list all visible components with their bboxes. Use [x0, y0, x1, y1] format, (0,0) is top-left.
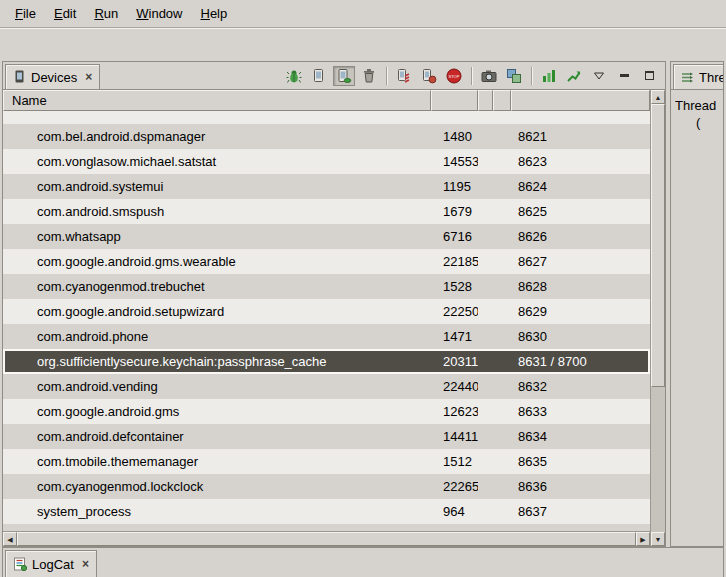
device-name-cell: com.whatsapp — [3, 229, 431, 244]
table-row[interactable]: org.sufficientlysecure.keychain:passphra… — [3, 349, 650, 374]
scroll-left-icon[interactable]: ◀ — [3, 532, 17, 546]
maximize-icon[interactable] — [638, 66, 660, 86]
device-pid-cell: 1512 — [431, 454, 478, 469]
device-name-cell: com.android.systemui — [3, 179, 431, 194]
device-name-cell: com.android.phone — [3, 329, 431, 344]
scroll-right-icon[interactable]: ▶ — [636, 532, 650, 546]
screen-capture-icon[interactable] — [478, 66, 500, 86]
minimize-icon[interactable] — [613, 66, 635, 86]
tab-threads-label: Threads — [699, 70, 723, 85]
dump-hprof-icon[interactable] — [333, 66, 355, 86]
device-port-cell: 8621 — [511, 129, 650, 144]
device-name-cell: com.android.smspush — [3, 204, 431, 219]
menu-run[interactable]: Run — [85, 2, 127, 25]
logcat-tab-icon — [13, 557, 27, 571]
table-row[interactable]: com.bel.android.dspmanager 1480 8621 — [3, 124, 650, 149]
device-port-cell: 8629 — [511, 304, 650, 319]
tab-devices[interactable]: Devices × — [5, 64, 100, 89]
main-toolbar — [0, 28, 726, 61]
main-area: Devices × — [0, 61, 726, 547]
device-pid-cell: 6716 — [431, 229, 478, 244]
table-row[interactable]: com.android.defcontainer 14411 8634 — [3, 424, 650, 449]
menu-edit[interactable]: Edit — [45, 2, 85, 25]
device-name-cell: com.google.android.setupwizard — [3, 304, 431, 319]
device-port-cell: 8627 — [511, 254, 650, 269]
device-pid-cell: 1679 — [431, 204, 478, 219]
threads-message-line2: ( — [675, 114, 720, 131]
device-port-cell: 8637 — [511, 504, 650, 519]
menu-help[interactable]: Help — [191, 2, 236, 25]
device-name-cell: com.google.android.gms.wearable — [3, 254, 431, 269]
table-row[interactable]: com.android.smspush 1679 8625 — [3, 199, 650, 224]
threads-message: Thread up ( — [671, 90, 723, 131]
device-pid-cell: 22440 — [431, 379, 478, 394]
column-header-4[interactable] — [493, 90, 511, 111]
tab-threads[interactable]: Threads — [673, 64, 723, 89]
device-port-cell: 8631 / 8700 — [511, 354, 650, 369]
device-pid-cell: 1195 — [431, 179, 478, 194]
table-row[interactable]: system_process 964 8637 — [3, 499, 650, 524]
table-row[interactable]: com.google.android.gms.wearable 22185 86… — [3, 249, 650, 274]
table-row[interactable]: com.cyanogenmod.lockclock 22265 8636 — [3, 474, 650, 499]
heap-bars-icon[interactable] — [538, 66, 560, 86]
table-row[interactable]: com.cyanogenmod.trebuchet 1528 8628 — [3, 274, 650, 299]
menu-file[interactable]: File — [6, 2, 45, 25]
device-name-cell: com.android.defcontainer — [3, 429, 431, 444]
vertical-scrollbar-thumb[interactable] — [651, 104, 665, 387]
device-name-cell: com.bel.android.dspmanager — [3, 129, 431, 144]
vertical-scrollbar[interactable]: ▲ ▼ — [650, 90, 665, 546]
device-name-cell: com.cyanogenmod.trebuchet — [3, 279, 431, 294]
column-header-pid[interactable] — [431, 90, 478, 111]
table-row[interactable]: com.android.systemui 1195 8624 — [3, 174, 650, 199]
update-threads-icon[interactable] — [393, 66, 415, 86]
tab-logcat-label: LogCat — [32, 557, 74, 572]
toolbar-separator — [386, 67, 387, 85]
device-port-cell: 8625 — [511, 204, 650, 219]
column-header-name[interactable]: Name — [3, 90, 431, 111]
devices-toolbar: STOP — [278, 62, 665, 89]
hierarchy-icon[interactable] — [503, 66, 525, 86]
table-row[interactable]: com.whatsapp 6716 8626 — [3, 224, 650, 249]
view-menu-icon[interactable] — [588, 66, 610, 86]
device-table-body: com.bel.android.dspmanager 1480 8621 com… — [3, 111, 650, 531]
graph-icon[interactable] — [563, 66, 585, 86]
debug-icon[interactable] — [283, 66, 305, 86]
device-name-cell: system_process — [3, 504, 431, 519]
column-header-port[interactable] — [511, 90, 650, 111]
threads-panel-header: Threads — [671, 62, 723, 90]
table-row[interactable]: com.android.vending 22440 8632 — [3, 374, 650, 399]
tab-devices-close-icon[interactable]: × — [82, 70, 92, 84]
device-table: Name com.bel.android.dspmanager 1480 862… — [3, 90, 650, 531]
method-profiling-icon[interactable] — [418, 66, 440, 86]
device-port-cell: 8624 — [511, 179, 650, 194]
table-row[interactable]: com.android.phone 1471 8630 — [3, 324, 650, 349]
table-row[interactable]: com.vonglasow.michael.satstat 14553 8623 — [3, 149, 650, 174]
device-name-cell: com.vonglasow.michael.satstat — [3, 154, 431, 169]
device-port-cell: 8626 — [511, 229, 650, 244]
threads-tab-icon — [681, 71, 694, 84]
menu-window[interactable]: Window — [127, 2, 191, 25]
device-port-cell: 8628 — [511, 279, 650, 294]
device-pid-cell: 22250 — [431, 304, 478, 319]
device-pid-cell: 22265 — [431, 479, 478, 494]
stop-icon[interactable]: STOP — [443, 66, 465, 86]
horizontal-scrollbar[interactable]: ◀ ▶ — [3, 531, 650, 546]
table-row[interactable]: com.google.android.gms 12623 8633 — [3, 399, 650, 424]
horizontal-scrollbar-thumb[interactable] — [17, 532, 636, 546]
devices-panel-header: Devices × — [3, 62, 665, 90]
device-pid-cell: 1528 — [431, 279, 478, 294]
menubar: File Edit Run Window Help — [0, 0, 726, 28]
tab-logcat-close-icon[interactable]: × — [79, 557, 89, 571]
scroll-up-icon[interactable]: ▲ — [651, 90, 665, 104]
tab-logcat[interactable]: LogCat × — [5, 550, 97, 577]
scroll-down-icon[interactable]: ▼ — [651, 532, 665, 546]
column-header-3[interactable] — [478, 90, 493, 111]
update-heap-icon[interactable] — [308, 66, 330, 86]
device-pid-cell: 1480 — [431, 129, 478, 144]
device-pid-cell: 964 — [431, 504, 478, 519]
gc-icon[interactable] — [358, 66, 380, 86]
table-row[interactable]: com.tmobile.thememanager 1512 8635 — [3, 449, 650, 474]
device-pid-cell: 1471 — [431, 329, 478, 344]
table-row[interactable]: com.google.android.setupwizard 22250 862… — [3, 299, 650, 324]
device-pid-cell: 20311 — [431, 354, 478, 369]
